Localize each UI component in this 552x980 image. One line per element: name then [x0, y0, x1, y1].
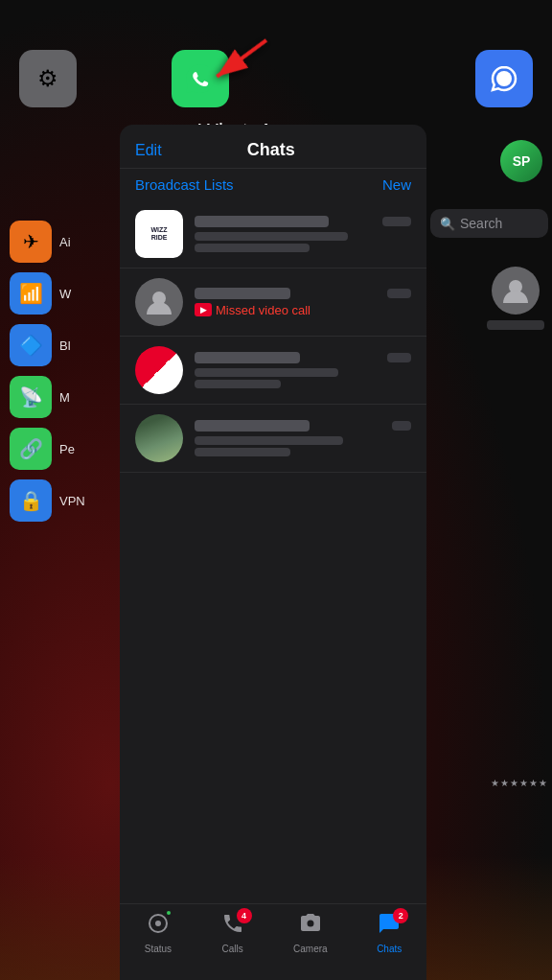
person-avatar [135, 278, 183, 326]
chat-preview-blurred-3 [195, 368, 338, 377]
chats-tab-icon: 2 [378, 912, 401, 941]
settings-icon: ⚙ [19, 50, 77, 107]
calls-badge: 4 [237, 908, 252, 923]
new-chat-link[interactable]: New [382, 176, 411, 193]
vpn-icon: 🔒 [10, 479, 52, 522]
signal-app[interactable] [475, 50, 533, 107]
chat-preview-blurred-4 [195, 380, 281, 388]
chats-title: Chats [247, 140, 295, 160]
sidebar-app-wifi[interactable]: 📶 W [10, 272, 110, 315]
chat-time-blurred [392, 421, 411, 431]
status-label: Status [145, 944, 172, 954]
chat-preview-blurred-2 [195, 244, 310, 252]
list-item[interactable]: WIZZRIDE [120, 200, 426, 268]
chat-time-blurred [382, 217, 411, 226]
photo-avatar [135, 414, 183, 462]
chats-tab-label: Chats [377, 944, 402, 954]
tab-status[interactable]: Status [145, 912, 172, 954]
sidebar-app-peer[interactable]: 🔗 Pe [10, 428, 110, 470]
chat-name-blurred [195, 352, 300, 363]
peer-label: Pe [59, 442, 75, 456]
list-item[interactable]: ▶ Missed video call [120, 268, 426, 337]
chat-time-blurred [387, 289, 411, 298]
cellular-icon: 📡 [10, 376, 52, 418]
bluetooth-icon: 🔷 [10, 324, 52, 366]
chat-name-blurred [195, 420, 310, 432]
right-contact-avatar [492, 267, 540, 315]
tab-camera[interactable]: Camera [293, 912, 328, 954]
vpn-label: VPN [59, 494, 85, 508]
right-panel: SP 🔍 Search ★★★★★★ [426, 125, 552, 980]
signal-icon [475, 50, 533, 107]
wifi-label: W [59, 287, 71, 301]
status-icon [147, 912, 170, 941]
cellular-label: M [59, 390, 70, 405]
svg-line-1 [217, 31, 266, 87]
wizzride-avatar: WIZZRIDE [135, 210, 183, 258]
chat-preview-blurred-6 [195, 448, 290, 456]
sidebar-app-vpn[interactable]: 🔒 VPN [10, 479, 110, 522]
sp-avatar: SP [500, 140, 542, 182]
airplane-label: Ai [59, 235, 71, 249]
chat-content-missed: ▶ Missed video call [195, 288, 411, 317]
chat-name-blurred [195, 216, 329, 227]
airplane-icon: ✈ [10, 221, 52, 263]
chats-badge: 2 [393, 908, 408, 923]
chat-list: WIZZRIDE [120, 200, 426, 980]
search-bar[interactable]: 🔍 Search [430, 209, 548, 238]
chat-content-red [195, 352, 411, 388]
peer-icon: 🔗 [10, 428, 52, 470]
tab-bar: Status 4 Calls Camera [120, 903, 426, 980]
broadcast-lists-link[interactable]: Broadcast Lists [135, 176, 234, 193]
camera-icon [299, 912, 322, 941]
camera-label: Camera [293, 944, 328, 954]
list-item[interactable] [120, 405, 426, 473]
chat-secondary-header: Broadcast Lists New [120, 169, 426, 200]
screen: ⚙ WhatsApp ✈ Ai [0, 0, 552, 980]
calls-label: Calls [221, 944, 242, 954]
settings-app[interactable]: ⚙ [19, 50, 77, 107]
wizzride-logo: WIZZRIDE [150, 226, 167, 241]
chat-content-wizzride [195, 216, 411, 252]
stars-row: ★★★★★★ [491, 778, 548, 788]
chat-header: Edit Chats [120, 125, 426, 169]
tab-chats[interactable]: 2 Chats [377, 912, 402, 954]
tab-calls[interactable]: 4 Calls [221, 912, 244, 954]
sidebar-app-bluetooth[interactable]: 🔷 Bl [10, 324, 110, 366]
sidebar-app-cellular[interactable]: 📡 M [10, 376, 110, 418]
chat-time-blurred [387, 353, 411, 362]
top-icons-row: ⚙ WhatsApp [0, 50, 552, 107]
search-icon: 🔍 [440, 217, 455, 231]
missed-call-text: Missed video call [216, 303, 310, 317]
svg-point-2 [496, 71, 512, 86]
chat-panel: Edit Chats Broadcast Lists New WIZZRIDE [120, 125, 426, 980]
right-contact-name [487, 320, 544, 330]
right-contact [487, 267, 544, 330]
missed-video-call-icon: ▶ [195, 303, 212, 316]
chat-preview-blurred-5 [195, 436, 343, 445]
wifi-icon: 📶 [10, 272, 52, 315]
chat-preview-blurred-1 [195, 232, 348, 241]
sidebar-app-airplane[interactable]: ✈ Ai [10, 221, 110, 263]
calls-icon: 4 [221, 912, 244, 941]
chat-content-photo [195, 420, 411, 456]
red-avatar [135, 346, 183, 394]
edit-button[interactable]: Edit [135, 142, 162, 159]
search-placeholder: Search [460, 216, 502, 231]
chat-name-blurred [195, 288, 290, 299]
sidebar-apps: ✈ Ai 📶 W 🔷 Bl 📡 M 🔗 Pe 🔒 VPN [0, 221, 110, 522]
bluetooth-label: Bl [59, 338, 71, 353]
list-item[interactable] [120, 337, 426, 405]
svg-point-5 [155, 921, 161, 926]
